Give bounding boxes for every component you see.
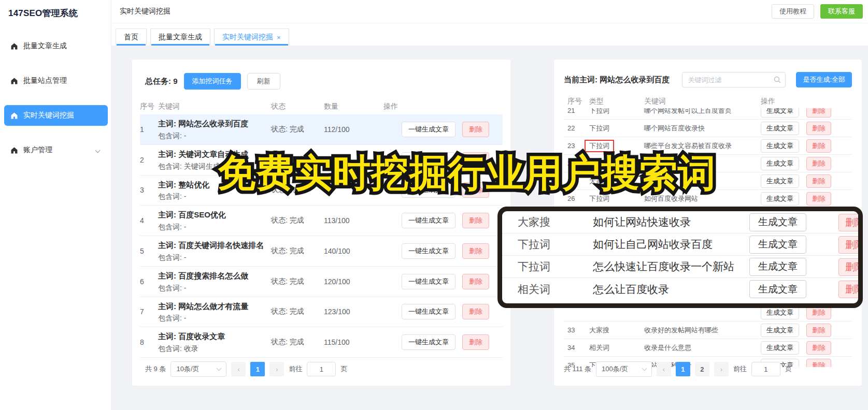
generate-article-button[interactable]: 一键生成文章 [402,182,456,198]
task-count: 120/100 [324,277,383,286]
delete-button[interactable]: 删除 [462,243,489,259]
home-icon [10,147,18,154]
task-keyword-cell: 主词: 百度SEO优化 包含词: - [158,209,271,232]
page-number-button[interactable]: 1 [676,362,690,376]
contact-support-button[interactable]: 联系客服 [820,4,863,19]
delete-button[interactable]: 删除 [806,108,831,118]
refresh-button[interactable]: 刷新 [247,73,280,90]
keyword-pagination: 共 111 条 100条/页 ‹ 1 2 › 前往 页 [564,361,792,377]
delete-button[interactable]: 删除 [806,174,831,188]
delete-button: 删除 [838,214,863,231]
generate-article-button[interactable]: 生成文章 [761,192,799,206]
prev-page-button[interactable]: ‹ [231,362,246,376]
tab[interactable]: 批量文章生成 [150,28,210,46]
delete-button[interactable]: 删除 [462,274,489,289]
delete-button[interactable]: 删除 [462,152,489,168]
generate-article-button[interactable]: 一键生成文章 [402,334,456,350]
keyword-type: 下拉词 [585,140,614,152]
generate-article-button[interactable]: 生成文章 [761,324,799,337]
task-table-row[interactable]: 2 主词: 关键词文章自动生成 包含词: 关键词生成 状态: 完成 100/10… [140,145,503,175]
next-page-button[interactable]: › [714,362,729,376]
row-operations: 生成文章 删除 [761,341,852,355]
tab[interactable]: 实时关键词挖掘 × [214,28,289,46]
generate-article-button[interactable]: 生成文章 [761,157,799,170]
task-count: 100/100 [324,156,383,164]
task-table-row[interactable]: 3 主词: 整站优化 包含词: - 状态: 完成 一键生成文章 删除 [140,175,503,206]
keyword-filter-input[interactable] [682,72,786,87]
home-icon [10,42,18,50]
generate-article-button[interactable]: 生成文章 [761,341,799,355]
task-table-row[interactable]: 7 主词: 网站怎么做才有流量 包含词: - 状态: 完成 123/100 一键… [140,297,503,328]
task-status: 状态: 完成 [271,185,324,195]
page-size-select[interactable]: 10条/页 [170,361,226,377]
keyword-type: 下拉词 [518,237,593,252]
sidebar-item[interactable]: 批量文章生成 [4,36,108,56]
row-index: 7 [140,307,158,316]
delete-button[interactable]: 删除 [806,122,831,135]
goto-label: 前往 [733,364,747,374]
current-main-word: 当前主词: 网站怎么收录到百度 [564,75,682,85]
task-table-row[interactable]: 6 主词: 百度搜索排名怎么做 包含词: - 状态: 完成 120/100 一键… [140,267,503,297]
keyword-type: 下拉词 [589,108,609,115]
main-word: 主词: 百度关键词排名快速排名 [158,240,271,251]
page-size-select[interactable]: 100条/页 [596,361,652,377]
delete-button[interactable]: 删除 [462,304,489,319]
delete-button[interactable]: 删除 [806,341,831,355]
tutorial-button[interactable]: 使用教程 [772,4,814,19]
goto-label: 前往 [289,364,302,374]
task-keyword-cell: 主词: 百度关键词排名快速排名 包含词: - [158,240,271,262]
generate-article-button[interactable]: 生成文章 [761,108,799,118]
row-index: 6 [140,277,158,286]
delete-button[interactable]: 删除 [806,139,831,153]
generate-article-button[interactable]: 生成文章 [761,122,799,135]
task-status: 状态: 完成 [271,155,324,165]
task-table-row[interactable]: 5 主词: 百度关键词排名快速排名 包含词: - 状态: 完成 140/100 … [140,236,503,267]
row-operations: 一键生成文章 删除 [383,274,503,289]
tab[interactable]: 首页 [116,28,147,46]
delete-button[interactable]: 删除 [462,334,489,350]
task-table-row[interactable]: 4 主词: 百度SEO优化 包含词: - 状态: 完成 113/100 一键生成… [140,206,503,236]
delete-button[interactable]: 删除 [806,192,831,206]
row-operations: 生成文章 删除 [761,122,852,135]
task-table-row[interactable]: 1 主词: 网站怎么收录到百度 包含词: - 状态: 完成 112/100 一键… [140,114,503,145]
generate-article-button[interactable]: 一键生成文章 [402,304,456,319]
page-number-button[interactable]: 2 [695,362,709,376]
prev-page-button[interactable]: ‹ [657,362,671,376]
next-page-button[interactable]: › [269,362,284,376]
generate-article-button[interactable]: 一键生成文章 [402,122,456,137]
delete-button[interactable]: 删除 [806,157,831,170]
generate-article-button[interactable]: 生成文章 [761,174,799,188]
row-index: 34 [567,344,589,352]
delete-button[interactable]: 删除 [462,122,489,137]
keyword-type: 大家搜 [589,177,609,186]
delete-button[interactable]: 删除 [462,182,489,198]
delete-button[interactable]: 删除 [462,213,489,228]
keyword-type: 相关词 [518,282,593,297]
generate-filter-button[interactable]: 是否生成:全部 [796,72,852,87]
keyword-text: 哪些平台发文容易被百度收录 [644,141,761,151]
generate-article-button[interactable]: 一键生成文章 [402,152,456,168]
task-toolbar: 总任务: 9 添加挖词任务 刷新 [145,73,503,90]
sidebar-item[interactable]: 批量站点管理 [4,70,108,91]
goto-page-input[interactable] [307,362,336,376]
include-word: 包含词: - [158,253,271,262]
column-operations: 操作 [383,102,503,111]
task-table-row[interactable]: 8 主词: 百度收录文章 包含词: 收录 状态: 完成 115/100 一键生成… [140,327,503,358]
sidebar-item[interactable]: 账户管理 [4,140,108,160]
generate-article-button[interactable]: 一键生成文章 [402,243,456,259]
delete-button[interactable]: 删除 [806,324,831,337]
generate-article-button[interactable]: 一键生成文章 [402,274,456,289]
keyword-table-row: 21 下拉词 哪个网站发帖可以上百度首页 生成文章 删除 [564,108,852,120]
keyword-type: 下拉词 [589,194,609,203]
keyword-type: 下拉词 [518,259,593,274]
generate-article-button[interactable]: 生成文章 [761,139,799,153]
delete-button[interactable]: 删除 [806,359,831,368]
main-content: 总任务: 9 添加挖词任务 刷新 序号 关键词 状态 数量 操作 1 主词: 网… [111,46,868,410]
goto-page-input[interactable] [751,362,780,376]
page-number-button[interactable]: 1 [250,362,265,376]
add-task-button[interactable]: 添加挖词任务 [184,73,241,90]
generate-article-button[interactable]: 一键生成文章 [402,213,456,228]
sidebar-item[interactable]: 实时关键词挖掘 [4,105,108,126]
close-icon[interactable]: × [277,34,281,41]
row-operations: 生成文章 删除 [761,324,852,337]
